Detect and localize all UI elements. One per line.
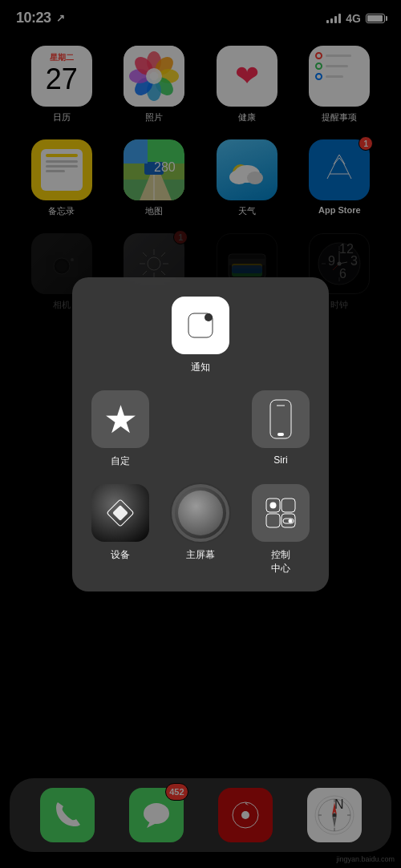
controlcenter-icon <box>252 484 310 542</box>
svg-rect-69 <box>282 514 295 527</box>
home-button-item[interactable]: 主屏幕 <box>168 484 233 575</box>
notification-label: 通知 <box>191 361 210 374</box>
device-label: Siri <box>273 454 287 466</box>
siri-svg <box>102 495 139 531</box>
device-svg <box>269 398 293 440</box>
context-menu: 通知 ★ 自定 Siri <box>72 277 329 591</box>
svg-rect-68 <box>266 514 280 527</box>
notification-menu-item[interactable]: 通知 <box>168 297 233 374</box>
home-button[interactable] <box>172 484 229 542</box>
siri-menu-item[interactable]: 设备 <box>88 484 152 575</box>
context-menu-overlay: 通知 ★ 自定 Siri <box>0 0 401 868</box>
device-menu-item[interactable]: Siri <box>249 390 313 468</box>
customize-icon: ★ <box>91 390 149 448</box>
svg-point-66 <box>270 502 277 508</box>
customize-menu-item[interactable]: ★ 自定 <box>88 390 152 468</box>
home-button-inner <box>178 491 223 535</box>
svg-point-71 <box>289 519 293 523</box>
siri-icon-wrapper <box>91 484 149 542</box>
controlcenter-label: 控制中心 <box>271 548 290 575</box>
svg-rect-64 <box>112 505 128 521</box>
device-icon <box>252 390 310 448</box>
svg-rect-62 <box>277 433 284 436</box>
controlcenter-menu-item[interactable]: 控制中心 <box>249 484 313 575</box>
home-label: 主屏幕 <box>186 548 215 562</box>
star-icon: ★ <box>103 397 138 442</box>
svg-point-59 <box>205 313 213 321</box>
siri-label: 设备 <box>111 548 130 562</box>
notification-svg <box>181 306 220 345</box>
svg-rect-67 <box>282 499 295 512</box>
cc-svg <box>261 494 300 532</box>
notification-icon <box>172 297 229 354</box>
customize-label: 自定 <box>111 454 130 468</box>
